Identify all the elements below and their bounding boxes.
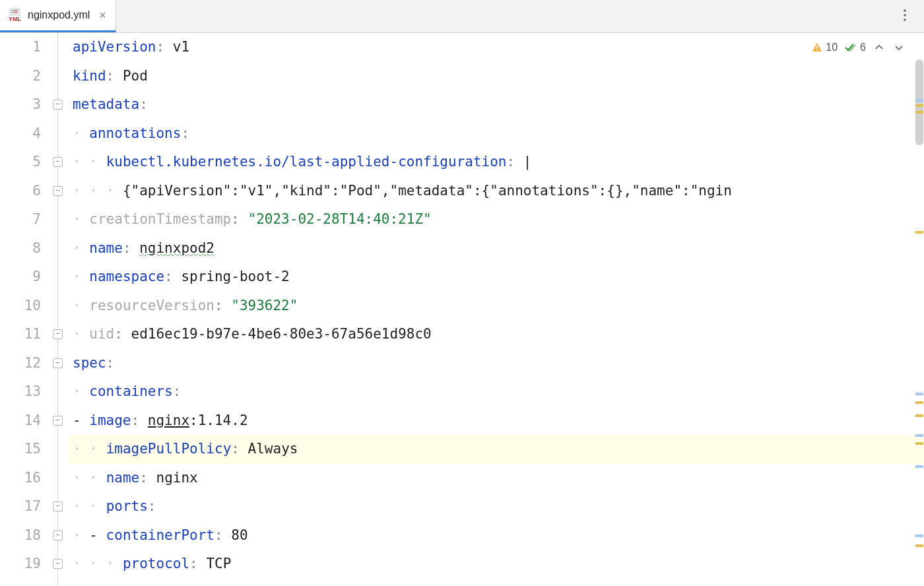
line-number: 10: [0, 292, 41, 321]
fold-toggle-icon[interactable]: −: [53, 329, 63, 339]
tab-menu-icon[interactable]: [898, 8, 912, 25]
code-line[interactable]: · · · protocol: TCP: [69, 550, 924, 579]
fold-toggle-icon[interactable]: −: [53, 186, 63, 196]
code-line[interactable]: · name: nginxpod2: [69, 234, 924, 263]
code-line[interactable]: · uid: ed16ec19-b97e-4be6-80e3-67a56e1d9…: [69, 320, 924, 349]
line-number: 14: [0, 407, 41, 436]
close-tab-icon[interactable]: ×: [99, 9, 106, 22]
line-number: 12: [0, 349, 41, 378]
line-number: 1: [0, 33, 41, 62]
line-number: 6: [0, 177, 41, 206]
error-stripe[interactable]: [915, 231, 923, 234]
editor-tab[interactable]: YML nginxpod.yml ×: [0, 0, 116, 32]
code-line[interactable]: · namespace: spring-boot-2: [69, 263, 924, 292]
error-stripe[interactable]: [915, 99, 923, 102]
code-line[interactable]: · creationTimestamp: "2023-02-28T14:40:2…: [69, 205, 924, 234]
code-line[interactable]: · · name: nginx: [69, 464, 924, 493]
svg-rect-3: [11, 12, 13, 13]
warning-icon: [811, 42, 823, 53]
svg-rect-4: [13, 12, 18, 13]
weak-warnings-count[interactable]: 6: [844, 42, 866, 53]
code-line[interactable]: · containers:: [69, 377, 924, 407]
fold-toggle-icon[interactable]: −: [53, 559, 63, 569]
line-number: 7: [0, 205, 41, 234]
error-stripe[interactable]: [915, 434, 923, 437]
line-number: 18: [0, 521, 41, 550]
yml-file-icon: YML: [8, 8, 22, 22]
error-stripe[interactable]: [915, 393, 923, 395]
editor-scrollbar[interactable]: [913, 33, 924, 586]
line-number: 13: [0, 377, 41, 407]
tab-filename: nginxpod.yml: [28, 9, 90, 21]
code-line[interactable]: · resourceVersion: "393622": [69, 292, 924, 321]
error-stripe[interactable]: [915, 535, 923, 537]
error-stripe[interactable]: [915, 442, 923, 445]
next-highlight-icon[interactable]: [892, 41, 906, 54]
code-editor[interactable]: 12345678910111213141516171819 −−−−−−−−− …: [0, 33, 924, 586]
svg-rect-10: [816, 46, 818, 49]
svg-point-8: [904, 14, 906, 16]
svg-text:YML: YML: [9, 16, 22, 22]
code-line[interactable]: spec:: [69, 349, 924, 378]
code-line[interactable]: apiVersion: v1: [69, 33, 924, 62]
line-number: 3: [0, 90, 41, 119]
line-number: 11: [0, 320, 41, 349]
fold-toggle-icon[interactable]: −: [53, 100, 63, 110]
line-number: 9: [0, 263, 41, 292]
error-stripe[interactable]: [915, 104, 923, 107]
fold-column: −−−−−−−−−: [53, 33, 69, 586]
warnings-count[interactable]: 10: [811, 42, 838, 53]
error-stripe[interactable]: [915, 414, 923, 417]
tab-bar: YML nginxpod.yml ×: [0, 0, 924, 33]
line-number: 17: [0, 492, 41, 521]
fold-toggle-icon[interactable]: −: [53, 157, 63, 167]
svg-rect-2: [13, 10, 18, 11]
code-line[interactable]: · · · {"apiVersion":"v1","kind":"Pod","m…: [69, 177, 924, 206]
error-stripe[interactable]: [915, 544, 923, 547]
line-number: 8: [0, 234, 41, 263]
code-line[interactable]: metadata:: [69, 90, 924, 119]
line-number: 2: [0, 62, 41, 91]
code-line[interactable]: kind: Pod: [69, 62, 924, 91]
error-stripe[interactable]: [915, 111, 923, 114]
line-number: 19: [0, 550, 41, 579]
code-line[interactable]: - image: nginx:1.14.2: [69, 407, 924, 436]
error-stripe[interactable]: [915, 465, 923, 468]
check-icon: [844, 42, 857, 53]
inspection-widget[interactable]: 10 6: [811, 41, 906, 54]
line-number: 4: [0, 119, 41, 148]
code-line[interactable]: · · kubectl.kubernetes.io/last-applied-c…: [69, 148, 924, 177]
svg-point-7: [904, 9, 906, 12]
error-stripe[interactable]: [915, 401, 923, 404]
line-number: 5: [0, 148, 41, 177]
fold-toggle-icon[interactable]: −: [53, 416, 63, 426]
fold-toggle-icon[interactable]: −: [53, 502, 63, 511]
fold-toggle-icon[interactable]: −: [53, 531, 63, 540]
code-line[interactable]: · · imagePullPolicy: Always: [69, 435, 924, 464]
line-number-gutter: 12345678910111213141516171819: [0, 33, 53, 586]
fold-toggle-icon[interactable]: −: [53, 358, 63, 368]
prev-highlight-icon[interactable]: [873, 41, 886, 54]
line-number: 16: [0, 464, 41, 493]
code-line[interactable]: · annotations:: [69, 119, 924, 148]
code-line[interactable]: · - containerPort: 80: [69, 521, 924, 550]
line-number: 15: [0, 435, 41, 464]
code-area[interactable]: apiVersion: v1kind: Podmetadata:· annota…: [69, 33, 924, 586]
svg-rect-11: [816, 49, 818, 51]
scroll-thumb[interactable]: [915, 59, 923, 145]
code-line[interactable]: · · ports:: [69, 492, 924, 521]
svg-point-9: [904, 18, 906, 21]
svg-rect-1: [11, 10, 13, 11]
